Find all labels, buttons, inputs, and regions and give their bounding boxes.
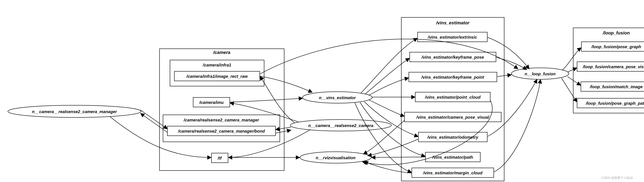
label-vins-camera-pose-visual: /vins_estimator/camera_pose_visual <box>416 115 489 120</box>
label-node-rs-cam: n__camera__realsense2_camera <box>308 123 374 128</box>
label-vins-path: /vins_estimator/path <box>432 155 473 160</box>
label-node-rviz: n__rvizvisualisation <box>316 155 356 160</box>
watermark: CSDN @想要个小姑凉 <box>601 176 633 180</box>
label-vins-point-cloud: /vins_estimator/point_cloud <box>425 95 481 100</box>
label-loop-pose-graph-path: /loop_fusion/pose_graph_path <box>586 101 644 106</box>
group-camera-title: /camera <box>213 50 230 55</box>
group-camera-rs-mgr: /camera/realsense2_camera_manager /camer… <box>163 115 280 142</box>
group-camera-rs-mgr-title: /camera/realsense2_camera_manager <box>184 118 260 122</box>
label-loop-match-image: /loop_fusion/match_image <box>590 84 643 89</box>
label-node-vins-est: n__vins_estimator <box>319 95 356 100</box>
label-tf: /tf <box>218 156 222 161</box>
group-camera-infra1: /camera/infra1 /camera/infra1/image_rect… <box>170 60 264 86</box>
group-loop-title: /loop_fusion <box>603 30 630 35</box>
label-node-cam-mgr: n__camera__realsense2_camera_manager <box>32 109 117 114</box>
label-image-rect-raw: /camera/infra1/image_rect_raw <box>186 74 248 79</box>
label-vins-odometry: /vins_estimator/odometry <box>427 135 478 140</box>
group-vins-title: /vins_estimator <box>436 20 470 25</box>
label-loop-camera-pose-visual: /loop_fusion/camera_pose_visual <box>583 64 644 69</box>
label-rs-mgr-bond: /camera/realsense2_camera_manager/bond <box>178 129 265 134</box>
label-camera-imu: /camera/imu <box>199 100 224 105</box>
group-camera-infra1-title: /camera/infra1 <box>203 63 231 67</box>
group-loop: /loop_fusion /loop_fusion/pose_graph /lo… <box>573 28 644 113</box>
label-vins-keyframe-pose: /vins_estimator/keyframe_pose <box>421 55 484 59</box>
label-vins-extrinsic: /vins_estimator/extrinsic <box>428 35 477 39</box>
group-vins: /vins_estimator /vins_estimator/extrinsi… <box>401 17 504 181</box>
label-loop-pose-graph: /loop_fusion/pose_graph <box>591 44 641 49</box>
label-node-loop-fusion: n__loop_fusion <box>524 71 556 76</box>
label-vins-keyframe-point: /vins_estimator/keyframe_point <box>421 75 484 80</box>
group-camera: /camera /camera/infra1 /camera/infra1/im… <box>160 49 284 171</box>
label-vins-margin-cloud: /vins_estimator/margin_cloud <box>423 171 482 175</box>
